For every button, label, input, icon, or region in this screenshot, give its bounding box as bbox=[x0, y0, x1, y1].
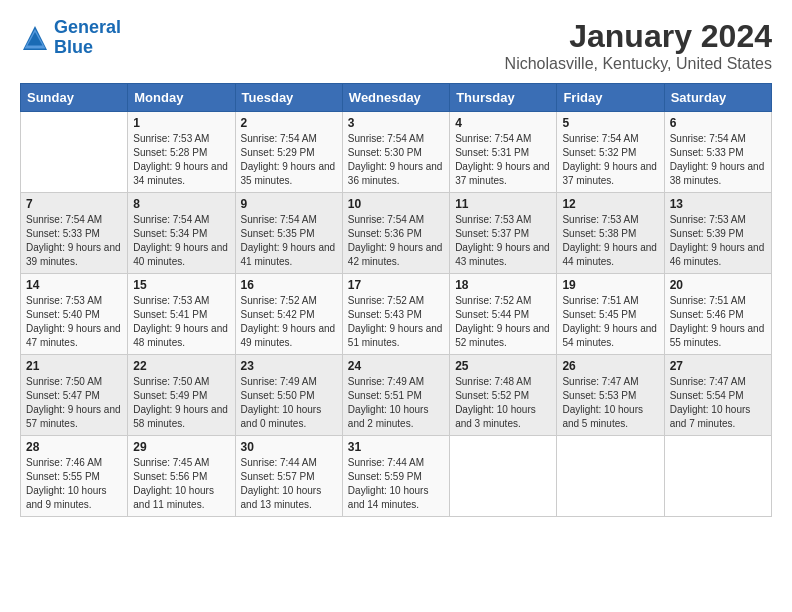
daylight-text: Daylight: 9 hours and 57 minutes. bbox=[26, 403, 122, 431]
day-number: 14 bbox=[26, 278, 122, 292]
calendar-cell-w3-d2: 23 Sunrise: 7:49 AM Sunset: 5:50 PM Dayl… bbox=[235, 355, 342, 436]
sunset-text: Sunset: 5:51 PM bbox=[348, 389, 444, 403]
calendar-cell-w3-d0: 21 Sunrise: 7:50 AM Sunset: 5:47 PM Dayl… bbox=[21, 355, 128, 436]
day-number: 15 bbox=[133, 278, 229, 292]
day-info: Sunrise: 7:51 AM Sunset: 5:45 PM Dayligh… bbox=[562, 294, 658, 350]
sunset-text: Sunset: 5:34 PM bbox=[133, 227, 229, 241]
sunrise-text: Sunrise: 7:50 AM bbox=[26, 375, 122, 389]
sunrise-text: Sunrise: 7:54 AM bbox=[26, 213, 122, 227]
day-info: Sunrise: 7:54 AM Sunset: 5:32 PM Dayligh… bbox=[562, 132, 658, 188]
day-number: 26 bbox=[562, 359, 658, 373]
sunrise-text: Sunrise: 7:54 AM bbox=[455, 132, 551, 146]
sunrise-text: Sunrise: 7:53 AM bbox=[455, 213, 551, 227]
day-number: 11 bbox=[455, 197, 551, 211]
day-number: 4 bbox=[455, 116, 551, 130]
calendar-body: 1 Sunrise: 7:53 AM Sunset: 5:28 PM Dayli… bbox=[21, 112, 772, 517]
day-number: 13 bbox=[670, 197, 766, 211]
calendar-cell-w1-d0: 7 Sunrise: 7:54 AM Sunset: 5:33 PM Dayli… bbox=[21, 193, 128, 274]
sunset-text: Sunset: 5:45 PM bbox=[562, 308, 658, 322]
daylight-text: Daylight: 9 hours and 37 minutes. bbox=[455, 160, 551, 188]
daylight-text: Daylight: 10 hours and 11 minutes. bbox=[133, 484, 229, 512]
sunset-text: Sunset: 5:33 PM bbox=[670, 146, 766, 160]
logo-icon bbox=[20, 23, 50, 53]
main-title: January 2024 bbox=[505, 18, 772, 55]
sunrise-text: Sunrise: 7:54 AM bbox=[562, 132, 658, 146]
sunrise-text: Sunrise: 7:53 AM bbox=[26, 294, 122, 308]
daylight-text: Daylight: 9 hours and 55 minutes. bbox=[670, 322, 766, 350]
day-info: Sunrise: 7:54 AM Sunset: 5:35 PM Dayligh… bbox=[241, 213, 337, 269]
calendar-cell-w0-d0 bbox=[21, 112, 128, 193]
title-block: January 2024 Nicholasville, Kentucky, Un… bbox=[505, 18, 772, 73]
calendar-cell-w4-d6 bbox=[664, 436, 771, 517]
daylight-text: Daylight: 9 hours and 40 minutes. bbox=[133, 241, 229, 269]
sunset-text: Sunset: 5:57 PM bbox=[241, 470, 337, 484]
day-number: 9 bbox=[241, 197, 337, 211]
daylight-text: Daylight: 10 hours and 3 minutes. bbox=[455, 403, 551, 431]
day-info: Sunrise: 7:44 AM Sunset: 5:57 PM Dayligh… bbox=[241, 456, 337, 512]
sunrise-text: Sunrise: 7:54 AM bbox=[348, 132, 444, 146]
sunrise-text: Sunrise: 7:54 AM bbox=[133, 213, 229, 227]
calendar-cell-w4-d3: 31 Sunrise: 7:44 AM Sunset: 5:59 PM Dayl… bbox=[342, 436, 449, 517]
day-number: 12 bbox=[562, 197, 658, 211]
sunrise-text: Sunrise: 7:54 AM bbox=[241, 132, 337, 146]
daylight-text: Daylight: 10 hours and 0 minutes. bbox=[241, 403, 337, 431]
daylight-text: Daylight: 9 hours and 36 minutes. bbox=[348, 160, 444, 188]
day-number: 24 bbox=[348, 359, 444, 373]
daylight-text: Daylight: 9 hours and 44 minutes. bbox=[562, 241, 658, 269]
calendar-cell-w2-d3: 17 Sunrise: 7:52 AM Sunset: 5:43 PM Dayl… bbox=[342, 274, 449, 355]
day-number: 16 bbox=[241, 278, 337, 292]
calendar-week-0: 1 Sunrise: 7:53 AM Sunset: 5:28 PM Dayli… bbox=[21, 112, 772, 193]
sunset-text: Sunset: 5:39 PM bbox=[670, 227, 766, 241]
day-number: 27 bbox=[670, 359, 766, 373]
daylight-text: Daylight: 9 hours and 52 minutes. bbox=[455, 322, 551, 350]
calendar-week-4: 28 Sunrise: 7:46 AM Sunset: 5:55 PM Dayl… bbox=[21, 436, 772, 517]
day-info: Sunrise: 7:48 AM Sunset: 5:52 PM Dayligh… bbox=[455, 375, 551, 431]
calendar-week-1: 7 Sunrise: 7:54 AM Sunset: 5:33 PM Dayli… bbox=[21, 193, 772, 274]
sunrise-text: Sunrise: 7:44 AM bbox=[348, 456, 444, 470]
sunrise-text: Sunrise: 7:48 AM bbox=[455, 375, 551, 389]
calendar-cell-w4-d4 bbox=[450, 436, 557, 517]
day-number: 21 bbox=[26, 359, 122, 373]
day-info: Sunrise: 7:47 AM Sunset: 5:53 PM Dayligh… bbox=[562, 375, 658, 431]
sunset-text: Sunset: 5:31 PM bbox=[455, 146, 551, 160]
calendar-cell-w4-d0: 28 Sunrise: 7:46 AM Sunset: 5:55 PM Dayl… bbox=[21, 436, 128, 517]
calendar-week-2: 14 Sunrise: 7:53 AM Sunset: 5:40 PM Dayl… bbox=[21, 274, 772, 355]
sunset-text: Sunset: 5:54 PM bbox=[670, 389, 766, 403]
daylight-text: Daylight: 10 hours and 7 minutes. bbox=[670, 403, 766, 431]
daylight-text: Daylight: 9 hours and 58 minutes. bbox=[133, 403, 229, 431]
daylight-text: Daylight: 9 hours and 42 minutes. bbox=[348, 241, 444, 269]
sunrise-text: Sunrise: 7:54 AM bbox=[241, 213, 337, 227]
sunset-text: Sunset: 5:53 PM bbox=[562, 389, 658, 403]
sunset-text: Sunset: 5:28 PM bbox=[133, 146, 229, 160]
day-info: Sunrise: 7:52 AM Sunset: 5:43 PM Dayligh… bbox=[348, 294, 444, 350]
header-row: Sunday Monday Tuesday Wednesday Thursday… bbox=[21, 84, 772, 112]
sunrise-text: Sunrise: 7:51 AM bbox=[670, 294, 766, 308]
sunset-text: Sunset: 5:40 PM bbox=[26, 308, 122, 322]
calendar-cell-w0-d6: 6 Sunrise: 7:54 AM Sunset: 5:33 PM Dayli… bbox=[664, 112, 771, 193]
calendar-cell-w4-d5 bbox=[557, 436, 664, 517]
sunset-text: Sunset: 5:38 PM bbox=[562, 227, 658, 241]
sunset-text: Sunset: 5:33 PM bbox=[26, 227, 122, 241]
daylight-text: Daylight: 10 hours and 13 minutes. bbox=[241, 484, 337, 512]
day-number: 18 bbox=[455, 278, 551, 292]
calendar-cell-w2-d4: 18 Sunrise: 7:52 AM Sunset: 5:44 PM Dayl… bbox=[450, 274, 557, 355]
daylight-text: Daylight: 9 hours and 41 minutes. bbox=[241, 241, 337, 269]
sunrise-text: Sunrise: 7:44 AM bbox=[241, 456, 337, 470]
header-monday: Monday bbox=[128, 84, 235, 112]
sunrise-text: Sunrise: 7:52 AM bbox=[455, 294, 551, 308]
day-info: Sunrise: 7:53 AM Sunset: 5:28 PM Dayligh… bbox=[133, 132, 229, 188]
calendar-cell-w1-d1: 8 Sunrise: 7:54 AM Sunset: 5:34 PM Dayli… bbox=[128, 193, 235, 274]
sunrise-text: Sunrise: 7:53 AM bbox=[133, 132, 229, 146]
calendar-cell-w4-d1: 29 Sunrise: 7:45 AM Sunset: 5:56 PM Dayl… bbox=[128, 436, 235, 517]
day-info: Sunrise: 7:54 AM Sunset: 5:33 PM Dayligh… bbox=[26, 213, 122, 269]
day-number: 31 bbox=[348, 440, 444, 454]
daylight-text: Daylight: 9 hours and 34 minutes. bbox=[133, 160, 229, 188]
calendar-cell-w2-d5: 19 Sunrise: 7:51 AM Sunset: 5:45 PM Dayl… bbox=[557, 274, 664, 355]
sunrise-text: Sunrise: 7:47 AM bbox=[670, 375, 766, 389]
sunset-text: Sunset: 5:43 PM bbox=[348, 308, 444, 322]
sunrise-text: Sunrise: 7:52 AM bbox=[348, 294, 444, 308]
day-info: Sunrise: 7:44 AM Sunset: 5:59 PM Dayligh… bbox=[348, 456, 444, 512]
daylight-text: Daylight: 9 hours and 54 minutes. bbox=[562, 322, 658, 350]
daylight-text: Daylight: 9 hours and 43 minutes. bbox=[455, 241, 551, 269]
calendar-cell-w3-d5: 26 Sunrise: 7:47 AM Sunset: 5:53 PM Dayl… bbox=[557, 355, 664, 436]
